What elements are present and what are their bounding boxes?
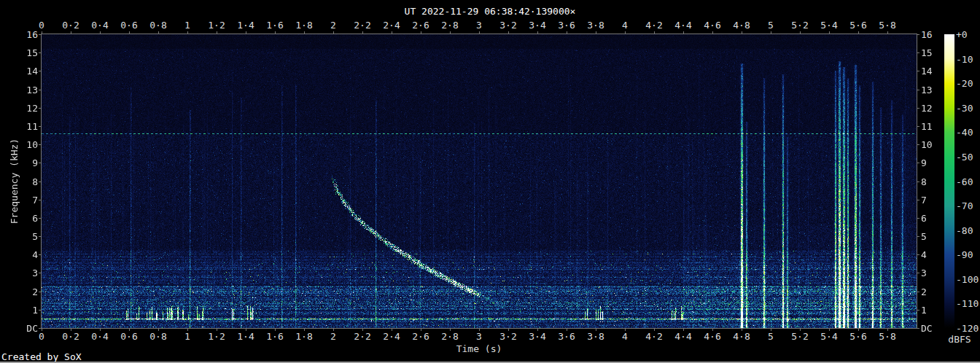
x-tick-mark-top	[246, 31, 246, 34]
y-tick-mark-left	[39, 310, 42, 311]
y-tick-mark-right	[917, 71, 919, 71]
y-tick-label-right: 5	[921, 231, 927, 242]
x-tick-label-top: 3	[476, 20, 482, 31]
x-tick-mark-top	[508, 31, 509, 34]
colorbar-tick-label: +0	[956, 29, 968, 40]
x-tick-label-bottom: 3	[476, 331, 482, 342]
y-tick-label-left: 4	[22, 249, 38, 260]
x-tick-label-bottom: 0·4	[91, 331, 108, 342]
x-tick-label-bottom: 5·4	[820, 331, 837, 342]
x-tick-label-top: 0·8	[149, 20, 166, 31]
colorbar-tick-label: -40	[956, 127, 973, 138]
x-tick-mark-top	[596, 31, 596, 34]
y-tick-mark-left	[39, 126, 42, 127]
y-tick-label-left: 12	[22, 102, 38, 113]
x-tick-mark-top	[712, 31, 713, 34]
colorbar-tick-label: -70	[956, 200, 973, 211]
colorbar-tick-label: -20	[956, 78, 973, 89]
x-tick-label-bottom: 2·4	[383, 331, 400, 342]
colorbar-tick-label: -90	[956, 249, 973, 260]
x-tick-label-top: 3·4	[529, 20, 545, 31]
y-tick-label-left: 3	[22, 268, 38, 278]
x-tick-mark-top	[887, 31, 888, 34]
x-tick-label-top: 0·2	[62, 20, 79, 31]
y-tick-label-right: 2	[921, 286, 927, 297]
x-tick-label-top: 2	[330, 20, 336, 31]
x-tick-label-bottom: 3·4	[529, 331, 545, 342]
y-tick-label-left: 1	[22, 304, 38, 315]
y-tick-label-right: 3	[921, 268, 927, 278]
x-tick-mark-top	[800, 31, 801, 34]
colorbar-unit-label: dBFS	[941, 334, 979, 345]
x-tick-mark-top	[158, 31, 159, 34]
x-tick-label-bottom: 1·2	[208, 331, 225, 342]
x-tick-label-top: 5·4	[820, 20, 837, 31]
credit-text: Created by SoX	[1, 351, 82, 362]
x-tick-label-top: 0·6	[120, 20, 137, 31]
x-tick-label-bottom: 1·4	[237, 331, 254, 342]
x-tick-label-bottom: 3·2	[499, 331, 516, 342]
y-tick-mark-right	[917, 200, 919, 200]
x-tick-label-bottom: 1	[184, 331, 190, 342]
colorbar-tick-label: -30	[956, 102, 973, 113]
x-tick-mark-top	[567, 31, 567, 34]
x-axis-title: Time (s)	[42, 343, 917, 354]
x-tick-label-top: 5·6	[849, 20, 866, 31]
y-tick-mark-right	[917, 126, 919, 127]
y-tick-mark-right	[917, 218, 919, 219]
x-tick-label-top: 2·4	[383, 20, 400, 31]
colorbar-tick-label: -60	[956, 176, 973, 187]
y-tick-label-left: 7	[22, 194, 38, 205]
x-tick-label-bottom: 3·8	[587, 331, 604, 342]
y-tick-label-left: 15	[22, 47, 38, 58]
y-tick-mark-left	[39, 200, 42, 200]
x-tick-label-top: 4·6	[704, 20, 720, 31]
y-tick-label-right: 10	[921, 139, 933, 150]
x-tick-label-top: 4·8	[733, 20, 750, 31]
x-tick-label-top: 5·8	[879, 20, 895, 31]
x-tick-mark-top	[71, 31, 71, 34]
x-tick-mark-top	[129, 31, 130, 34]
x-tick-label-top: 1·4	[237, 20, 254, 31]
x-tick-label-bottom: 4	[622, 331, 628, 342]
y-tick-label-left: 5	[22, 231, 38, 242]
x-tick-label-top: 2·6	[412, 20, 429, 31]
y-tick-mark-left	[39, 273, 42, 273]
colorbar-gradient	[944, 34, 954, 328]
x-tick-mark-top	[275, 31, 276, 34]
x-tick-mark-top	[858, 31, 859, 34]
y-tick-label-left: 9	[22, 157, 38, 168]
x-tick-label-bottom: 4·8	[733, 331, 750, 342]
x-tick-label-bottom: 0	[39, 331, 44, 342]
x-tick-label-top: 1·2	[208, 20, 225, 31]
x-tick-mark-top	[683, 31, 684, 34]
x-tick-label-top: 1·6	[266, 20, 283, 31]
y-tick-label-right: DC	[921, 323, 933, 334]
x-tick-label-top: 5·2	[791, 20, 808, 31]
colorbar-tick-label: -50	[956, 151, 973, 162]
colorbar-tick-label: -120	[956, 323, 979, 334]
x-tick-label-top: 1·8	[295, 20, 312, 31]
x-tick-mark-top	[333, 31, 334, 34]
y-tick-label-right: 8	[921, 176, 927, 187]
y-tick-label-right: 14	[921, 66, 933, 77]
x-tick-label-top: 4·2	[645, 20, 662, 31]
x-tick-mark-top	[217, 31, 217, 34]
y-tick-mark-left	[39, 163, 42, 163]
y-tick-label-left: 10	[22, 139, 38, 150]
y-tick-mark-right	[917, 236, 919, 237]
x-tick-label-bottom: 0·2	[62, 331, 79, 342]
x-tick-mark-top	[187, 31, 188, 34]
y-tick-mark-left	[39, 218, 42, 219]
y-tick-mark-left	[39, 108, 42, 109]
x-tick-label-bottom: 3·6	[558, 331, 575, 342]
y-tick-mark-right	[917, 273, 919, 273]
x-tick-mark-top	[100, 31, 101, 34]
y-tick-label-right: 4	[921, 249, 927, 260]
x-tick-mark-top	[771, 31, 771, 34]
x-tick-mark-top	[654, 31, 655, 34]
y-tick-mark-left	[39, 328, 42, 329]
x-tick-label-top: 4·4	[674, 20, 691, 31]
colorbar-tick-label: -100	[956, 273, 979, 284]
y-tick-mark-right	[917, 34, 919, 35]
